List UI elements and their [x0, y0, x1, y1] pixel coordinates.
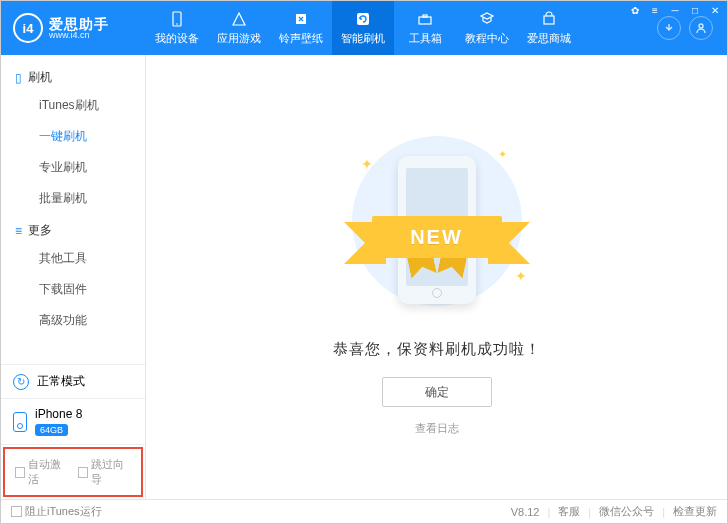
svg-point-1	[176, 23, 178, 25]
svg-point-7	[699, 24, 703, 28]
sidebar-item-oneclick-flash[interactable]: 一键刷机	[1, 121, 145, 152]
svg-rect-3	[357, 13, 369, 25]
device-icon	[168, 10, 186, 28]
header: i4 爱思助手 www.i4.cn 我的设备 应用游戏 铃声壁纸 智能刷机	[1, 1, 727, 55]
sidebar: ▯ 刷机 iTunes刷机 一键刷机 专业刷机 批量刷机 ≡ 更多 其他工具 下…	[1, 55, 146, 499]
checkbox-label: 跳过向导	[91, 457, 131, 487]
window-controls: ✿ ≡ ─ □ ✕	[622, 0, 728, 18]
checkbox-label: 自动激活	[28, 457, 68, 487]
store-icon	[540, 10, 558, 28]
nav-label: 应用游戏	[217, 31, 261, 46]
toolbox-icon	[416, 10, 434, 28]
logo-icon: i4	[13, 13, 43, 43]
more-icon: ≡	[15, 224, 22, 238]
nav-ringtones[interactable]: 铃声壁纸	[270, 1, 332, 55]
account-button[interactable]	[689, 16, 713, 40]
nav-tutorials[interactable]: 教程中心	[456, 1, 518, 55]
main-content: ✦ ✦ ✦ NEW 恭喜您，保资料刷机成功啦！ 确定 查看日志	[146, 55, 727, 499]
nav-flash[interactable]: 智能刷机	[332, 1, 394, 55]
nav-label: 爱思商城	[527, 31, 571, 46]
ringtone-icon	[292, 10, 310, 28]
device-row[interactable]: iPhone 8 64GB	[1, 399, 145, 445]
device-name: iPhone 8	[35, 407, 82, 421]
version-label: V8.12	[511, 506, 540, 518]
tutorial-icon	[478, 10, 496, 28]
success-illustration: ✦ ✦ ✦ NEW	[327, 128, 547, 318]
footer: 阻止iTunes运行 V8.12 | 客服 | 微信公众号 | 检查更新	[1, 499, 727, 523]
nav: 我的设备 应用游戏 铃声壁纸 智能刷机 工具箱 教程中心	[146, 1, 651, 55]
nav-apps[interactable]: 应用游戏	[208, 1, 270, 55]
logo: i4 爱思助手 www.i4.cn	[1, 1, 146, 55]
sparkle-icon: ✦	[498, 148, 507, 161]
checkbox-block-itunes[interactable]: 阻止iTunes运行	[11, 504, 102, 519]
mode-row[interactable]: ↻ 正常模式	[1, 365, 145, 399]
nav-store[interactable]: 爱思商城	[518, 1, 580, 55]
nav-label: 教程中心	[465, 31, 509, 46]
view-log-link[interactable]: 查看日志	[415, 421, 459, 436]
nav-my-device[interactable]: 我的设备	[146, 1, 208, 55]
mode-label: 正常模式	[37, 373, 85, 390]
nav-label: 我的设备	[155, 31, 199, 46]
ribbon-text: NEW	[372, 216, 502, 258]
sparkle-icon: ✦	[515, 268, 527, 284]
nav-toolbox[interactable]: 工具箱	[394, 1, 456, 55]
flash-icon	[354, 10, 372, 28]
checkbox-icon	[15, 467, 25, 478]
sidebar-item-download-firmware[interactable]: 下载固件	[1, 274, 145, 305]
checkbox-icon	[11, 506, 22, 517]
brand-url: www.i4.cn	[49, 31, 109, 40]
svg-rect-6	[544, 16, 554, 24]
brand-name: 爱思助手	[49, 17, 109, 31]
group-title: 刷机	[28, 69, 52, 86]
nav-label: 铃声壁纸	[279, 31, 323, 46]
sidebar-group-flash[interactable]: ▯ 刷机	[1, 61, 145, 90]
success-message: 恭喜您，保资料刷机成功啦！	[333, 340, 541, 359]
phone-icon: ▯	[15, 71, 22, 85]
svg-rect-5	[423, 15, 427, 17]
storage-badge: 64GB	[35, 424, 68, 436]
refresh-icon: ↻	[13, 374, 29, 390]
minimize-icon[interactable]: ─	[668, 3, 682, 17]
sidebar-item-advanced[interactable]: 高级功能	[1, 305, 145, 336]
phone-small-icon	[13, 412, 27, 432]
new-ribbon: NEW	[372, 216, 502, 258]
update-link[interactable]: 检查更新	[673, 504, 717, 519]
bottom-checks: 自动激活 跳过向导	[3, 447, 143, 497]
checkbox-auto-activate[interactable]: 自动激活	[15, 457, 68, 487]
sidebar-group-more[interactable]: ≡ 更多	[1, 214, 145, 243]
download-button[interactable]	[657, 16, 681, 40]
apps-icon	[230, 10, 248, 28]
maximize-icon[interactable]: □	[688, 3, 702, 17]
wechat-link[interactable]: 微信公众号	[599, 504, 654, 519]
sidebar-item-pro-flash[interactable]: 专业刷机	[1, 152, 145, 183]
gift-icon[interactable]: ✿	[628, 3, 642, 17]
sparkle-icon: ✦	[361, 156, 373, 172]
nav-label: 工具箱	[409, 31, 442, 46]
sidebar-item-other-tools[interactable]: 其他工具	[1, 243, 145, 274]
checkbox-icon	[78, 467, 88, 478]
group-title: 更多	[28, 222, 52, 239]
support-link[interactable]: 客服	[558, 504, 580, 519]
svg-rect-4	[419, 17, 431, 24]
menu-icon[interactable]: ≡	[648, 3, 662, 17]
checkbox-label: 阻止iTunes运行	[25, 504, 102, 519]
close-icon[interactable]: ✕	[708, 3, 722, 17]
sidebar-item-itunes-flash[interactable]: iTunes刷机	[1, 90, 145, 121]
ok-button[interactable]: 确定	[382, 377, 492, 407]
sidebar-item-batch-flash[interactable]: 批量刷机	[1, 183, 145, 214]
nav-label: 智能刷机	[341, 31, 385, 46]
checkbox-skip-guide[interactable]: 跳过向导	[78, 457, 131, 487]
